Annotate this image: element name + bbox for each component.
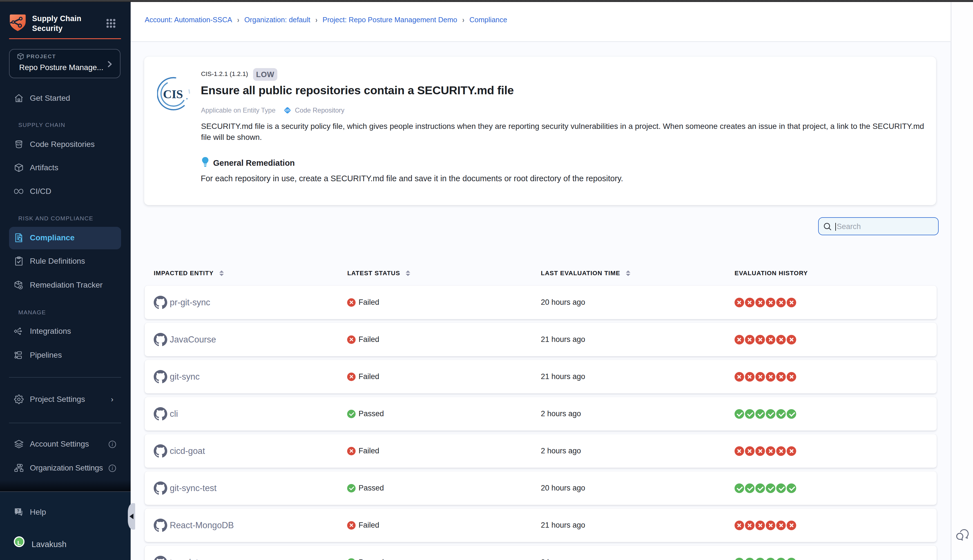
svg-text:?: ?: [17, 508, 19, 513]
svg-text:CIS: CIS: [163, 88, 183, 101]
